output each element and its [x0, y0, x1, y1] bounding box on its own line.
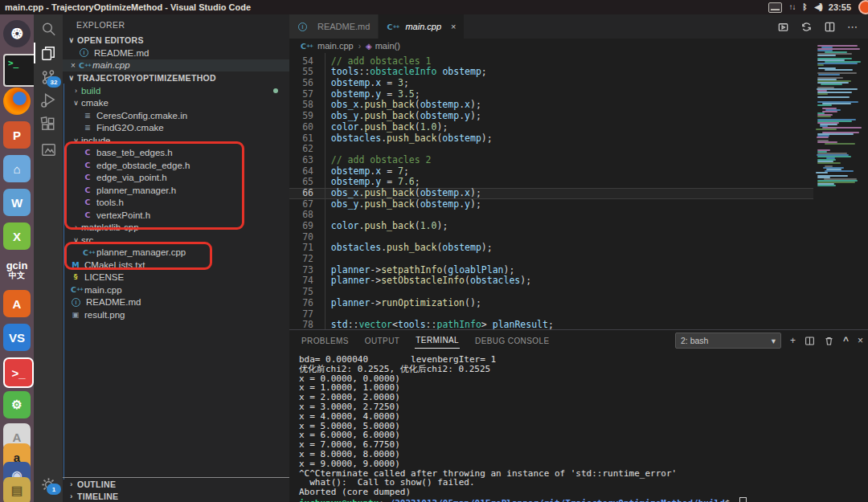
- code-line[interactable]: 70: [289, 232, 813, 243]
- workspace-root-header[interactable]: ∨ TRAJECTORYOPTIMIZEMETHOD: [63, 71, 289, 84]
- code-line[interactable]: 76 planner->runOptimization();: [289, 298, 813, 309]
- activity-settings-gear-icon[interactable]: 1: [34, 472, 63, 496]
- dock-vscode-icon[interactable]: VS: [3, 324, 31, 351]
- dock-ubuntu-dash-icon[interactable]: ❂: [3, 20, 31, 47]
- editor-tab-main.cpp[interactable]: C++main.cpp×: [379, 14, 465, 39]
- tree-item-cmake[interactable]: ∨cmake: [63, 97, 289, 110]
- ubuntu-dock: ❂>_P⌂WXgcin中文AVS>_⚙Aa◉▤: [0, 14, 34, 502]
- code-line[interactable]: 66 obs_x.push_back(obstemp.x);: [289, 188, 813, 199]
- minimap[interactable]: [814, 45, 868, 188]
- code-editor[interactable]: 5354 // add obstacles 155 tools::obstacl…: [289, 53, 813, 329]
- maximize-panel-icon[interactable]: ^: [843, 336, 849, 345]
- code-line[interactable]: 55 tools::obstacleInfo obstemp;: [289, 67, 813, 78]
- session-menu-icon[interactable]: [858, 0, 868, 14]
- chevron-down-icon: ∨: [71, 99, 81, 107]
- split-editor-icon[interactable]: [824, 21, 836, 33]
- outline-section-header[interactable]: › OUTLINE: [63, 477, 289, 490]
- line-number: 69: [289, 221, 313, 232]
- tree-item-main.cpp[interactable]: C++main.cpp: [63, 284, 289, 296]
- code-line[interactable]: 54 // add obstacles 1: [289, 56, 813, 67]
- window-titlebar[interactable]: main.cpp - TrajectoryOptimizeMethod - Vi…: [0, 0, 868, 14]
- volume-icon[interactable]: ◀)): [815, 0, 821, 14]
- open-editors-header[interactable]: ∨ OPEN EDITORS: [63, 34, 289, 47]
- activity-source-control-icon[interactable]: 32: [34, 65, 63, 89]
- activity-image-preview-icon[interactable]: [34, 137, 63, 161]
- dock-libreoffice-calc-icon[interactable]: X: [3, 222, 31, 250]
- code-line[interactable]: 59 obs_y.push_back(obstemp.y);: [289, 111, 813, 122]
- code-line[interactable]: 68: [289, 210, 813, 221]
- timeline-section-header[interactable]: › TIMELINE: [63, 490, 289, 502]
- cpp-file-icon: C++: [387, 22, 396, 31]
- editor-tab-README.md[interactable]: iREADME.md: [289, 14, 379, 39]
- code-line[interactable]: 69 color.push_back(1.0);: [289, 221, 813, 232]
- dock-trash-icon[interactable]: ▤: [3, 477, 31, 502]
- code-line[interactable]: 58 obs_x.push_back(obstemp.x);: [289, 100, 813, 111]
- code-line[interactable]: 74 planner->setObstacleInfo(obstacles);: [289, 275, 813, 287]
- tree-item-LICENSE[interactable]: §LICENSE: [63, 271, 289, 284]
- image-file-icon: ▣: [71, 311, 80, 319]
- terminal-cursor[interactable]: [739, 497, 747, 502]
- code-line[interactable]: 61 obstacles.push_back(obstemp);: [289, 133, 813, 145]
- close-icon[interactable]: ×: [451, 22, 456, 31]
- code-line[interactable]: 67 obs_y.push_back(obstemp.y);: [289, 199, 813, 210]
- terminal-line: x = 4.0000, 4.0000): [299, 412, 868, 422]
- breadcrumb-item-main()[interactable]: ◈main(): [366, 41, 400, 51]
- tree-item-README.md[interactable]: iREADME.md: [63, 296, 289, 309]
- code-line[interactable]: 75: [289, 287, 813, 298]
- bluetooth-icon[interactable]: ᛒ: [803, 0, 808, 14]
- code-line[interactable]: 60 color.push_back(1.0);: [289, 122, 813, 133]
- code-line[interactable]: 64 obstemp.x = 7;: [289, 166, 813, 178]
- close-panel-icon[interactable]: ×: [858, 336, 863, 345]
- code-line[interactable]: 73 planner->setpathInfo(gloablPlan);: [289, 265, 813, 276]
- terminal-shell-select[interactable]: 2: bash ▾: [675, 333, 781, 349]
- cpp-file-icon: C++: [71, 285, 80, 294]
- code-line[interactable]: 77: [289, 309, 813, 320]
- dock-ubuntu-software-icon[interactable]: A: [3, 290, 31, 317]
- code-line[interactable]: 65 obstemp.y = 7.6;: [289, 177, 813, 188]
- keyboard-indicator-icon[interactable]: [768, 2, 782, 13]
- dock-gnome-terminal-icon[interactable]: >_: [3, 54, 37, 87]
- activity-extensions-icon[interactable]: [34, 112, 63, 136]
- line-number: 63: [289, 155, 313, 166]
- kill-terminal-icon[interactable]: [824, 336, 834, 346]
- breadcrumb-item-main.cpp[interactable]: C++main.cpp: [301, 41, 354, 51]
- dock-files-home-icon[interactable]: ⌂: [3, 155, 31, 182]
- new-terminal-icon[interactable]: +: [790, 336, 796, 345]
- terminal-line: x = 3.0000, 2.7250): [299, 402, 868, 412]
- activity-run-debug-icon[interactable]: [34, 88, 63, 112]
- code-line[interactable]: 56 obstemp.x = 3;: [289, 78, 813, 89]
- code-line[interactable]: 71 obstacles.push_back(obstemp);: [289, 243, 813, 254]
- code-line[interactable]: 72: [289, 254, 813, 265]
- panel-tab-terminal[interactable]: TERMINAL: [415, 333, 460, 349]
- tree-item-result.png[interactable]: ▣result.png: [63, 308, 289, 321]
- panel-tab-debug-console[interactable]: DEBUG CONSOLE: [474, 333, 550, 349]
- open-editor-item-main.cpp[interactable]: ×C++main.cpp: [63, 59, 289, 72]
- tree-item-build[interactable]: ›build: [63, 84, 289, 97]
- dock-gcin-input-method-icon[interactable]: gcin中文: [3, 256, 31, 284]
- dock-firefox-icon[interactable]: [3, 88, 31, 115]
- terminal-output[interactable]: bda= 0.000040 levenbergIter= 1优化前chi2: 0…: [289, 351, 868, 502]
- editor-action-compare-icon[interactable]: [800, 21, 813, 33]
- more-actions-icon[interactable]: ⋯: [847, 21, 858, 33]
- close-icon[interactable]: ×: [68, 61, 79, 70]
- panel-tab-output[interactable]: OUTPUT: [364, 333, 401, 349]
- code-line[interactable]: 57 obstemp.y = 3.5;: [289, 89, 813, 100]
- activity-explorer-icon[interactable]: [34, 41, 63, 65]
- dock-libreoffice-impress-icon[interactable]: P: [3, 121, 31, 149]
- code-line[interactable]: 63 // add obstacles 2: [289, 155, 813, 166]
- line-number: 55: [289, 67, 313, 78]
- split-terminal-icon[interactable]: [805, 336, 815, 346]
- dock-green-utility-icon[interactable]: ⚙: [3, 391, 31, 418]
- code-line[interactable]: 62: [289, 144, 813, 155]
- panel-tab-problems[interactable]: PROBLEMS: [301, 333, 350, 349]
- activity-search-icon[interactable]: [34, 17, 63, 41]
- network-arrows-icon[interactable]: ↑↓: [789, 0, 796, 14]
- editor-action-run-icon[interactable]: [777, 21, 789, 33]
- dock-red-terminal-icon[interactable]: >_: [3, 357, 34, 388]
- open-editor-item-README.md[interactable]: iREADME.md: [63, 47, 289, 59]
- code-line[interactable]: 78 std::vector<tools::pathInfo> planResu…: [289, 320, 813, 329]
- tree-item-CeresConfig.cmake.in[interactable]: ≡CeresConfig.cmake.in: [63, 109, 289, 122]
- tree-item-FindG2O.cmake[interactable]: ≡FindG2O.cmake: [63, 122, 289, 135]
- dock-libreoffice-writer-icon[interactable]: W: [3, 189, 31, 216]
- prompt-colon: :: [379, 498, 384, 502]
